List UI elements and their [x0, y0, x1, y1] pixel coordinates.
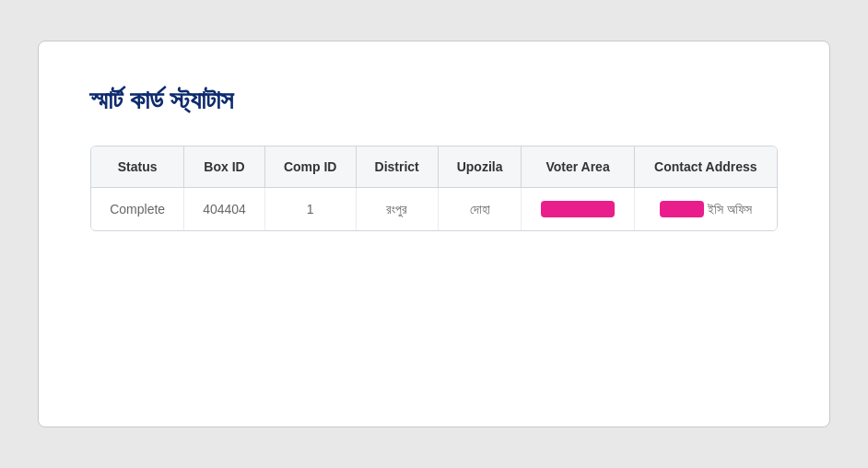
cell-contact-address: ইসি অফিস	[634, 188, 777, 231]
table-wrapper: Status Box ID Comp ID District Upozila V…	[90, 146, 778, 231]
cell-voter-area	[522, 188, 634, 231]
contact-redacted-bar	[660, 201, 704, 217]
col-voter-area: Voter Area	[522, 146, 634, 188]
col-contact-address: Contact Address	[634, 146, 777, 188]
main-card: স্মার্ট কার্ড স্ট্যাটাস Status Box ID Co…	[38, 41, 830, 427]
cell-box-id: 404404	[184, 188, 265, 231]
contact-suffix: ইসি অফিস	[708, 202, 752, 217]
voter-area-redacted-bar	[541, 201, 615, 217]
cell-comp-id: 1	[264, 188, 356, 231]
col-box-id: Box ID	[184, 146, 265, 188]
page-title: স্মার্ট কার্ড স্ট্যাটাস	[90, 86, 778, 116]
smart-card-table: Status Box ID Comp ID District Upozila V…	[91, 146, 777, 230]
table-row: Complete 404404 1 রংপুর দোহা ইসি অফিস	[91, 188, 777, 231]
cell-district: রংপুর	[356, 188, 438, 231]
col-status: Status	[91, 146, 184, 188]
cell-upozila: দোহা	[438, 188, 522, 231]
col-upozila: Upozila	[438, 146, 522, 188]
cell-status: Complete	[91, 188, 184, 231]
table-header-row: Status Box ID Comp ID District Upozila V…	[91, 146, 777, 188]
col-comp-id: Comp ID	[264, 146, 356, 188]
col-district: District	[356, 146, 438, 188]
